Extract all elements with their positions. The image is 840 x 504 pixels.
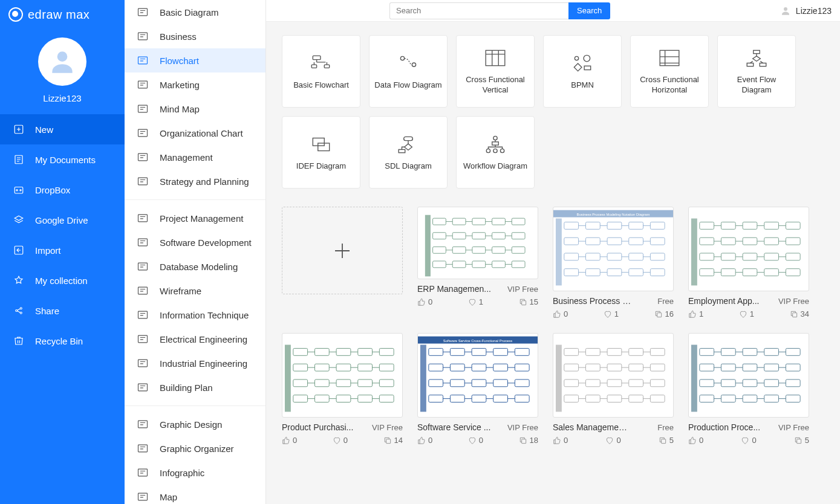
template-thumbnail[interactable]: Software Service Cross-Functional Proces… [417, 333, 538, 418]
category-wireframe[interactable]: Wireframe [125, 279, 265, 303]
template-card[interactable]: Employment App...VIP Free1134 [688, 207, 809, 318]
copies-count[interactable]: 14 [383, 436, 403, 445]
template-card[interactable]: Production Proce...VIP Free005 [688, 333, 809, 445]
nav-import[interactable]: Import [0, 235, 125, 265]
template-price: Free [657, 297, 674, 306]
svg-point-7 [16, 310, 18, 312]
category-mind-map[interactable]: Mind Map [125, 97, 265, 121]
type-cross-functional-vertical[interactable]: Cross Functional Vertical [456, 35, 535, 108]
template-thumbnail[interactable] [553, 333, 674, 418]
svg-rect-83 [564, 237, 579, 245]
svg-rect-88 [564, 253, 579, 260]
loves-count[interactable]: 1 [468, 297, 483, 306]
nav-my-documents[interactable]: My Documents [0, 144, 125, 175]
category-basic-diagram[interactable]: Basic Diagram [125, 0, 265, 24]
likes-count[interactable]: 0 [553, 309, 568, 318]
svg-rect-77 [556, 219, 562, 286]
template-thumbnail[interactable] [688, 333, 809, 418]
loves-count[interactable]: 0 [741, 436, 756, 445]
copies-count[interactable]: 18 [519, 436, 538, 445]
new-blank-tile[interactable] [282, 207, 403, 294]
template-card[interactable]: ERP Managemen...VIP Free0115 [417, 207, 538, 306]
template-thumbnail[interactable] [688, 207, 809, 291]
category-software-development[interactable]: Software Development [125, 230, 265, 254]
loves-count[interactable]: 1 [739, 309, 754, 318]
likes-count[interactable]: 0 [688, 436, 703, 445]
category-infographic[interactable]: Infographic [125, 460, 265, 485]
nav-dropbox[interactable]: DropBox [0, 175, 125, 205]
template-thumbnail[interactable] [282, 333, 403, 418]
svg-rect-70 [452, 261, 466, 268]
loves-count[interactable]: 1 [604, 309, 619, 318]
type-data-flow-diagram[interactable]: Data Flow Diagram [369, 35, 448, 108]
category-management[interactable]: Management [125, 145, 265, 169]
search-input[interactable] [389, 2, 568, 19]
category-information-technique[interactable]: Information Technique [125, 303, 265, 327]
template-thumbnail[interactable] [417, 207, 538, 279]
copies-count[interactable]: 34 [790, 309, 809, 318]
category-project-management[interactable]: Project Management [125, 206, 265, 230]
likes-count[interactable]: 0 [417, 297, 432, 306]
svg-rect-206 [721, 395, 735, 402]
loves-count[interactable]: 0 [333, 436, 348, 445]
svg-rect-154 [493, 364, 508, 371]
svg-rect-183 [564, 395, 579, 402]
category-icon [137, 6, 149, 18]
svg-rect-136 [379, 380, 394, 387]
nav-recycle-bin[interactable]: Recycle Bin [0, 326, 125, 356]
template-thumbnail[interactable]: Business Process Modeling Notation Diagr… [553, 207, 674, 291]
heart-icon [741, 436, 749, 445]
nav-new[interactable]: New [0, 114, 125, 144]
likes-count[interactable]: 0 [282, 436, 297, 445]
category-strategy-and-planning[interactable]: Strategy and Planning [125, 169, 265, 193]
template-card[interactable]: Sales Management C...Free005 [553, 333, 674, 445]
svg-rect-45 [318, 143, 330, 150]
nav-share[interactable]: Share [0, 296, 125, 326]
type-bpmn[interactable]: BPMN [543, 35, 622, 108]
category-organizational-chart[interactable]: Organizational Chart [125, 121, 265, 145]
copies-count[interactable]: 5 [659, 436, 674, 445]
category-building-plan[interactable]: Building Plan [125, 375, 265, 399]
template-new[interactable] [282, 207, 403, 294]
svg-rect-109 [786, 237, 800, 245]
category-electrical-engineering[interactable]: Electrical Engineering [125, 327, 265, 351]
nav-google-drive[interactable]: Google Drive [0, 205, 125, 235]
type-cross-functional-horizontal[interactable]: Cross Functional Horizontal [630, 35, 709, 108]
copies-count[interactable]: 16 [654, 309, 674, 318]
category-industrial-engineering[interactable]: Industrial Engineering [125, 351, 265, 375]
svg-rect-63 [512, 233, 525, 239]
type-basic-flowchart[interactable]: Basic Flowchart [282, 35, 360, 108]
category-marketing[interactable]: Marketing [125, 73, 265, 97]
type-workflow-diagram[interactable]: Workflow Diagram [456, 116, 535, 189]
category-business[interactable]: Business [125, 24, 265, 48]
type-idef-diagram[interactable]: IDEF Diagram [282, 116, 360, 189]
loves-count[interactable]: 0 [468, 436, 483, 445]
copy-icon [383, 436, 392, 445]
template-card[interactable]: Software Service Cross-Functional Proces… [417, 333, 538, 445]
user-menu[interactable]: Lizzie123 [780, 5, 832, 16]
svg-rect-191 [721, 348, 735, 355]
svg-rect-72 [492, 261, 506, 268]
likes-count[interactable]: 0 [417, 436, 432, 445]
category-graphic-organizer[interactable]: Graphic Organizer [125, 436, 265, 460]
svg-rect-179 [585, 380, 600, 387]
nav-my-collection[interactable]: My collection [0, 265, 125, 296]
category-graphic-design[interactable]: Graphic Design [125, 412, 265, 436]
search-button[interactable]: Search [568, 2, 610, 19]
template-card[interactable]: Business Process Modeling Notation Diagr… [553, 207, 674, 318]
type-sdl-diagram[interactable]: SDL Diagram [369, 116, 448, 189]
svg-rect-151 [429, 364, 443, 371]
loves-count[interactable]: 0 [605, 436, 620, 445]
content-scroll[interactable]: Basic FlowchartData Flow DiagramCross Fu… [266, 22, 840, 504]
copies-count[interactable]: 15 [519, 297, 538, 306]
copies-count[interactable]: 5 [794, 436, 809, 445]
likes-count[interactable]: 1 [688, 309, 703, 318]
category-database-modeling[interactable]: Database Modeling [125, 254, 265, 279]
category-flowchart[interactable]: Flowchart [125, 48, 265, 73]
avatar[interactable] [38, 37, 86, 86]
type-event-flow-diagram[interactable]: Event Flow Diagram [717, 35, 796, 108]
category-map[interactable]: Map [125, 485, 265, 504]
svg-rect-91 [629, 253, 643, 260]
likes-count[interactable]: 0 [553, 436, 568, 445]
template-card[interactable]: Product Purchasi...VIP Free0014 [282, 333, 403, 445]
